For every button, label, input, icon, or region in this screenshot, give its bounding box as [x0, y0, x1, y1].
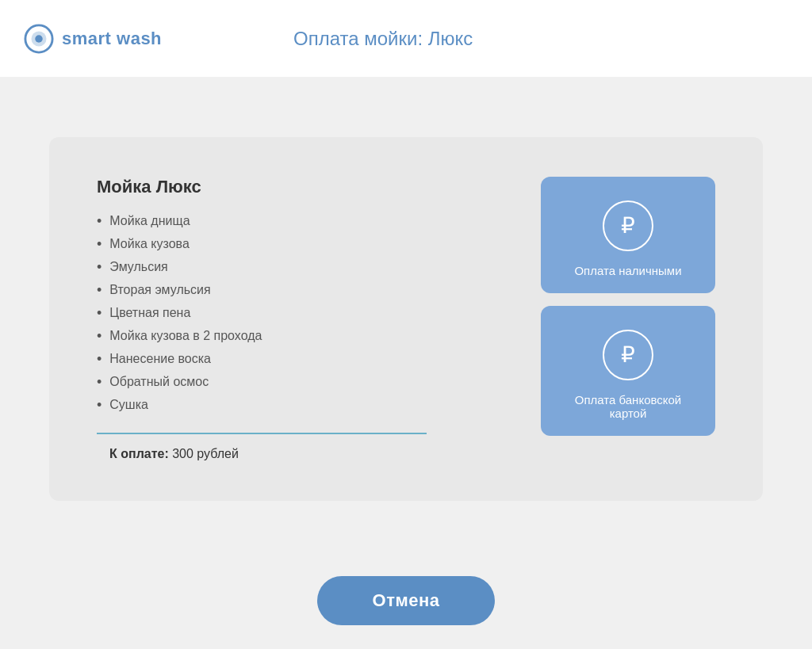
logo-area: smart wash [24, 24, 230, 54]
svg-point-2 [35, 35, 43, 43]
list-item: Вторая эмульсия [97, 282, 509, 299]
left-section: Мойка Люкс Мойка днищаМойка кузоваЭмульс… [97, 177, 509, 461]
card-ruble-circle: ₽ [603, 330, 653, 380]
main-wrapper: Мойка Люкс Мойка днищаМойка кузоваЭмульс… [0, 77, 812, 560]
service-list: Мойка днищаМойка кузоваЭмульсияВторая эм… [97, 213, 509, 414]
list-item: Мойка днища [97, 213, 509, 230]
card-ruble-icon: ₽ [621, 344, 635, 366]
cash-ruble-circle: ₽ [603, 200, 653, 251]
list-item: Сушка [97, 397, 509, 414]
card-payment-label: Оплата банковской картой [557, 393, 699, 420]
card-payment-button[interactable]: ₽ Оплата банковской картой [541, 306, 715, 436]
total-value: 300 рублей [172, 447, 239, 460]
list-item: Цветная пена [97, 305, 509, 322]
list-item: Мойка кузова в 2 прохода [97, 328, 509, 345]
logo-text: smart wash [62, 29, 162, 49]
list-item: Нанесение воска [97, 351, 509, 368]
cash-payment-label: Оплата наличными [574, 264, 681, 277]
total-label: К оплате: [109, 447, 172, 460]
cash-payment-button[interactable]: ₽ Оплата наличными [541, 177, 715, 293]
right-section: ₽ Оплата наличными ₽ Оплата банковской к… [541, 177, 715, 436]
list-item: Эмульсия [97, 259, 509, 276]
service-title: Мойка Люкс [97, 177, 509, 197]
content-card: Мойка Люкс Мойка днищаМойка кузоваЭмульс… [49, 137, 763, 501]
divider [97, 433, 427, 434]
footer: Отмена [0, 560, 812, 649]
header: smart wash Оплата мойки: Люкс [0, 0, 812, 77]
list-item: Обратный осмос [97, 374, 509, 391]
list-item: Мойка кузова [97, 236, 509, 253]
total-amount: К оплате: 300 рублей [97, 447, 509, 461]
cash-ruble-icon: ₽ [621, 215, 635, 237]
page-title: Оплата мойки: Люкс [293, 28, 473, 50]
cancel-button[interactable]: Отмена [317, 576, 496, 625]
logo-icon [24, 24, 54, 54]
